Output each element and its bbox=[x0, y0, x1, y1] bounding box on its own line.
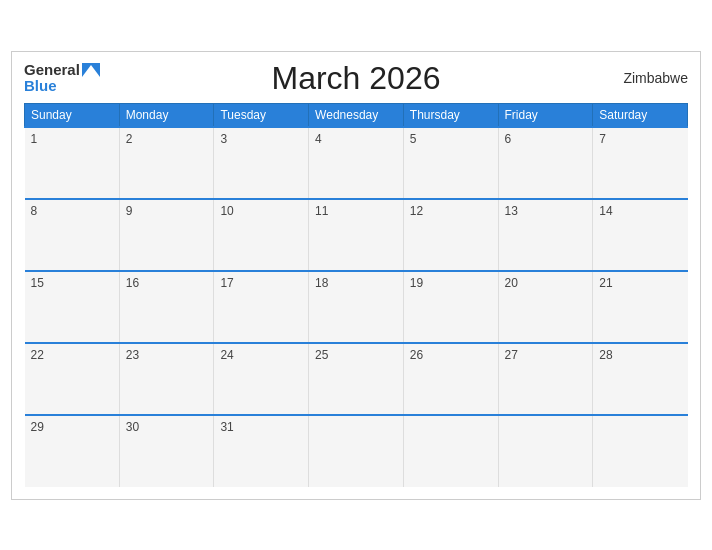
country-label: Zimbabwe bbox=[623, 70, 688, 86]
day-number: 25 bbox=[315, 348, 328, 362]
day-number: 15 bbox=[31, 276, 44, 290]
calendar-cell: 28 bbox=[593, 343, 688, 415]
week-row-3: 15161718192021 bbox=[25, 271, 688, 343]
weekday-header-saturday: Saturday bbox=[593, 103, 688, 127]
calendar-cell: 23 bbox=[119, 343, 214, 415]
calendar-cell: 22 bbox=[25, 343, 120, 415]
day-number: 18 bbox=[315, 276, 328, 290]
calendar-cell: 4 bbox=[309, 127, 404, 199]
week-row-1: 1234567 bbox=[25, 127, 688, 199]
day-number: 28 bbox=[599, 348, 612, 362]
calendar-cell: 7 bbox=[593, 127, 688, 199]
calendar-cell: 31 bbox=[214, 415, 309, 487]
logo-general-text: General bbox=[24, 62, 80, 79]
weekday-header-monday: Monday bbox=[119, 103, 214, 127]
weekday-header-friday: Friday bbox=[498, 103, 593, 127]
logo-flag-icon bbox=[82, 63, 100, 77]
day-number: 30 bbox=[126, 420, 139, 434]
calendar-cell: 1 bbox=[25, 127, 120, 199]
calendar-cell: 14 bbox=[593, 199, 688, 271]
day-number: 19 bbox=[410, 276, 423, 290]
day-number: 14 bbox=[599, 204, 612, 218]
logo: General Blue bbox=[24, 62, 100, 95]
weekday-header-thursday: Thursday bbox=[403, 103, 498, 127]
day-number: 24 bbox=[220, 348, 233, 362]
calendar-cell: 19 bbox=[403, 271, 498, 343]
day-number: 20 bbox=[505, 276, 518, 290]
calendar-cell bbox=[498, 415, 593, 487]
day-number: 11 bbox=[315, 204, 328, 218]
calendar-cell: 30 bbox=[119, 415, 214, 487]
day-number: 31 bbox=[220, 420, 233, 434]
calendar-cell: 9 bbox=[119, 199, 214, 271]
calendar-cell: 8 bbox=[25, 199, 120, 271]
calendar-tbody: 1234567891011121314151617181920212223242… bbox=[25, 127, 688, 487]
calendar-cell: 20 bbox=[498, 271, 593, 343]
calendar-cell: 3 bbox=[214, 127, 309, 199]
weekday-header-row: SundayMondayTuesdayWednesdayThursdayFrid… bbox=[25, 103, 688, 127]
day-number: 8 bbox=[31, 204, 38, 218]
calendar-cell: 18 bbox=[309, 271, 404, 343]
day-number: 23 bbox=[126, 348, 139, 362]
day-number: 26 bbox=[410, 348, 423, 362]
week-row-2: 891011121314 bbox=[25, 199, 688, 271]
week-row-4: 22232425262728 bbox=[25, 343, 688, 415]
day-number: 13 bbox=[505, 204, 518, 218]
day-number: 10 bbox=[220, 204, 233, 218]
calendar-cell: 12 bbox=[403, 199, 498, 271]
calendar-cell bbox=[309, 415, 404, 487]
weekday-header-tuesday: Tuesday bbox=[214, 103, 309, 127]
calendar-cell: 25 bbox=[309, 343, 404, 415]
day-number: 17 bbox=[220, 276, 233, 290]
calendar-cell: 27 bbox=[498, 343, 593, 415]
weekday-header-wednesday: Wednesday bbox=[309, 103, 404, 127]
day-number: 9 bbox=[126, 204, 133, 218]
logo-blue-text: Blue bbox=[24, 78, 57, 95]
calendar-cell: 24 bbox=[214, 343, 309, 415]
day-number: 16 bbox=[126, 276, 139, 290]
day-number: 6 bbox=[505, 132, 512, 146]
calendar-cell: 13 bbox=[498, 199, 593, 271]
calendar-cell: 11 bbox=[309, 199, 404, 271]
calendar-cell: 26 bbox=[403, 343, 498, 415]
calendar-title: March 2026 bbox=[272, 60, 441, 97]
day-number: 5 bbox=[410, 132, 417, 146]
day-number: 12 bbox=[410, 204, 423, 218]
day-number: 27 bbox=[505, 348, 518, 362]
calendar-cell: 5 bbox=[403, 127, 498, 199]
day-number: 2 bbox=[126, 132, 133, 146]
calendar-cell: 15 bbox=[25, 271, 120, 343]
day-number: 4 bbox=[315, 132, 322, 146]
calendar-cell: 29 bbox=[25, 415, 120, 487]
calendar-cell: 21 bbox=[593, 271, 688, 343]
calendar-cell: 17 bbox=[214, 271, 309, 343]
day-number: 29 bbox=[31, 420, 44, 434]
calendar-cell: 16 bbox=[119, 271, 214, 343]
day-number: 21 bbox=[599, 276, 612, 290]
calendar-header: General Blue March 2026 Zimbabwe bbox=[24, 62, 688, 95]
calendar-cell: 6 bbox=[498, 127, 593, 199]
day-number: 7 bbox=[599, 132, 606, 146]
calendar-thead: SundayMondayTuesdayWednesdayThursdayFrid… bbox=[25, 103, 688, 127]
day-number: 1 bbox=[31, 132, 38, 146]
calendar-cell bbox=[593, 415, 688, 487]
calendar-wrapper: General Blue March 2026 Zimbabwe SundayM… bbox=[11, 51, 701, 500]
calendar-table: SundayMondayTuesdayWednesdayThursdayFrid… bbox=[24, 103, 688, 487]
calendar-cell: 10 bbox=[214, 199, 309, 271]
day-number: 22 bbox=[31, 348, 44, 362]
calendar-cell bbox=[403, 415, 498, 487]
calendar-cell: 2 bbox=[119, 127, 214, 199]
weekday-header-sunday: Sunday bbox=[25, 103, 120, 127]
day-number: 3 bbox=[220, 132, 227, 146]
week-row-5: 293031 bbox=[25, 415, 688, 487]
